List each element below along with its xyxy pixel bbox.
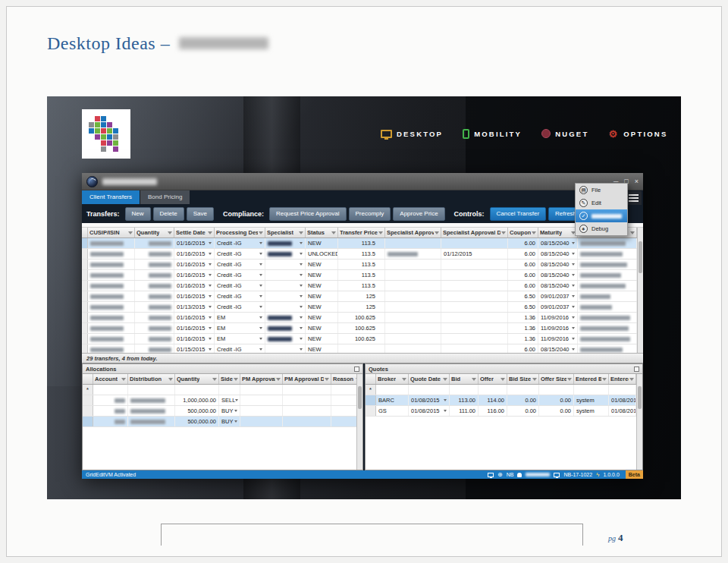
quote-row[interactable]: BARC01/08/2015113.00114.000.000.00system… [366, 395, 642, 406]
dropdown-caret-icon[interactable] [300, 295, 303, 297]
dropdown-caret-icon[interactable] [300, 306, 303, 308]
dropdown-caret-icon[interactable] [572, 316, 575, 319]
dropdown-caret-icon[interactable] [572, 285, 575, 287]
dropdown-caret-icon[interactable] [259, 348, 262, 351]
filter-icon[interactable] [532, 378, 537, 381]
dropdown-caret-icon[interactable] [209, 316, 212, 319]
alloc-row[interactable]: 500,000.00BUY [83, 406, 362, 417]
dropdown-caret-icon[interactable] [572, 348, 575, 351]
dropdown-caret-icon[interactable] [444, 399, 447, 401]
delete-button[interactable]: Delete [153, 207, 184, 221]
cancel-transfer-button[interactable]: Cancel Transfer [490, 207, 546, 221]
filter-icon[interactable] [128, 231, 133, 234]
transfer-row[interactable]: 01/16/2015Credit -IGUNLOCKED113.501/12/2… [82, 249, 643, 259]
quotes-new-row[interactable]: * [366, 385, 642, 395]
dropdown-caret-icon[interactable] [209, 253, 212, 255]
dropdown-caret-icon[interactable] [259, 274, 262, 276]
request-price-approval-button[interactable]: Request Price Approval [269, 207, 347, 221]
dropdown-caret-icon[interactable] [209, 295, 212, 297]
approve-price-button[interactable]: Approve Price [393, 207, 444, 221]
scrollbar-thumb[interactable] [358, 386, 362, 409]
filter-icon[interactable] [259, 231, 263, 234]
dropdown-caret-icon[interactable] [300, 242, 303, 244]
transfer-row[interactable]: 01/13/2015Credit -IGNEW1256.5009/01/2037 [82, 302, 643, 313]
nav-item-mobility[interactable]: MOBILITY [463, 129, 522, 139]
filter-icon[interactable] [325, 378, 329, 381]
filter-icon[interactable] [532, 231, 536, 234]
dropdown-caret-icon[interactable] [259, 306, 262, 308]
dropdown-caret-icon[interactable] [209, 338, 212, 340]
alloc-row[interactable]: 1,000,000.00SELL [83, 395, 362, 406]
filter-icon[interactable] [402, 378, 406, 381]
alloc-new-row[interactable]: * [83, 385, 362, 395]
dropdown-caret-icon[interactable] [209, 242, 212, 244]
transfer-row[interactable]: 01/16/2015EMNEW100.6251.3611/09/2016 [82, 323, 643, 334]
nav-item-desktop[interactable]: DESKTOP [381, 130, 443, 138]
dropdown-caret-icon[interactable] [300, 327, 303, 329]
tab-bond-pricing[interactable]: Bond Pricing [140, 190, 190, 204]
transfer-row[interactable]: 01/16/2015Credit -IGNEW1256.5009/01/2037 [82, 291, 643, 302]
filter-icon[interactable] [629, 378, 634, 381]
filter-icon[interactable] [121, 378, 126, 381]
dropdown-caret-icon[interactable] [259, 253, 262, 255]
dropdown-caret-icon[interactable] [209, 348, 212, 351]
dropdown-caret-icon[interactable] [572, 242, 575, 244]
dropdown-caret-icon[interactable] [572, 253, 575, 255]
dropdown-caret-icon[interactable] [209, 274, 212, 276]
new-button[interactable]: New [125, 207, 151, 221]
dropdown-caret-icon[interactable] [259, 242, 262, 244]
filter-icon[interactable] [378, 231, 383, 234]
filter-icon[interactable] [472, 378, 476, 381]
dropdown-caret-icon[interactable] [259, 316, 262, 319]
dropdown-caret-icon[interactable] [300, 348, 303, 351]
menu-item-redacted[interactable]: ✓ [576, 209, 627, 222]
scrollbar-thumb[interactable] [638, 386, 642, 409]
dropdown-caret-icon[interactable] [572, 263, 575, 266]
filter-icon[interactable] [208, 231, 212, 234]
filter-icon[interactable] [435, 231, 439, 234]
dropdown-caret-icon[interactable] [300, 263, 303, 266]
filter-icon[interactable] [299, 231, 303, 234]
filter-icon[interactable] [501, 231, 506, 234]
filter-icon[interactable] [234, 378, 238, 381]
dropdown-caret-icon[interactable] [300, 253, 303, 255]
allocations-scrollbar[interactable] [356, 374, 362, 470]
dropdown-caret-icon[interactable] [209, 285, 212, 287]
filter-icon[interactable] [500, 378, 505, 381]
dropdown-caret-icon[interactable] [572, 295, 575, 297]
menu-item-edit[interactable]: ✎Edit [576, 197, 627, 209]
filter-icon[interactable] [443, 378, 447, 381]
precomply-button[interactable]: Precomply [349, 207, 391, 221]
filter-icon[interactable] [630, 231, 635, 234]
dropdown-caret-icon[interactable] [234, 420, 237, 423]
dropdown-caret-icon[interactable] [259, 327, 262, 329]
dropdown-caret-icon[interactable] [235, 399, 238, 401]
dropdown-caret-icon[interactable] [259, 295, 262, 297]
filter-icon[interactable] [212, 378, 217, 381]
dropdown-caret-icon[interactable] [209, 327, 212, 329]
dropdown-caret-icon[interactable] [572, 338, 575, 340]
dropdown-caret-icon[interactable] [572, 327, 575, 329]
quotes-scrollbar[interactable] [636, 374, 642, 470]
dropdown-caret-icon[interactable] [300, 316, 303, 319]
grid-vertical-scrollbar[interactable] [637, 228, 643, 353]
pin-icon[interactable] [634, 366, 639, 372]
transfer-row[interactable]: 01/16/2015Credit -IGNEW113.56.0008/15/20… [82, 259, 643, 270]
dropdown-caret-icon[interactable] [259, 263, 262, 266]
dropdown-caret-icon[interactable] [300, 274, 303, 276]
filter-icon[interactable] [168, 231, 172, 234]
nav-item-nuget[interactable]: NUGET [541, 129, 588, 138]
transfer-row[interactable]: 01/16/2015EMNEW100.6251.3611/09/2016 [82, 334, 643, 344]
dropdown-caret-icon[interactable] [259, 285, 262, 287]
scrollbar-thumb[interactable] [639, 241, 642, 273]
pin-icon[interactable] [354, 366, 359, 372]
transfer-row[interactable]: 01/16/2015EMNEW100.6251.3611/09/2016 [82, 313, 643, 323]
dropdown-caret-icon[interactable] [572, 306, 575, 308]
filter-icon[interactable] [567, 378, 572, 381]
menu-item-file[interactable]: ▤File [576, 184, 627, 197]
dropdown-caret-icon[interactable] [300, 338, 303, 340]
dropdown-caret-icon[interactable] [259, 338, 262, 340]
filter-icon[interactable] [602, 378, 607, 381]
close-button[interactable]: × [635, 178, 639, 185]
save-button[interactable]: Save [187, 207, 214, 221]
